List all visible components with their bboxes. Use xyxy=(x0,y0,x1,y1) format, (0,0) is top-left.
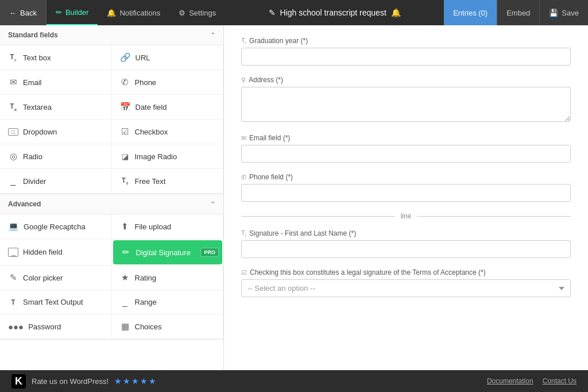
choices-label: Choices xyxy=(135,322,162,331)
entries-button[interactable]: Entries (0) xyxy=(444,0,497,25)
url-icon: 🔗 xyxy=(120,52,131,63)
back-arrow-icon: ← xyxy=(9,9,17,17)
graduation-year-label: Tr Graduation year (*) xyxy=(241,37,571,45)
phone-field-input[interactable] xyxy=(241,184,571,202)
bell-icon: 🔔 xyxy=(107,9,116,17)
chevron-up-icon: ⌃ xyxy=(210,32,215,39)
email-icon: ✉ xyxy=(8,77,18,87)
phone-field-label: ✆ Phone field (*) xyxy=(241,173,571,181)
field-item-dropdown[interactable]: □ Dropdown xyxy=(0,120,112,144)
color-picker-label: Color picker xyxy=(23,274,63,282)
divider-icon: ⎯ xyxy=(8,176,18,186)
edit-icon: ✎ xyxy=(269,8,276,17)
field-item-textarea[interactable]: Ta Textarea xyxy=(0,95,112,120)
password-icon: ●●● xyxy=(8,322,24,332)
field-item-image-radio[interactable]: ◪ Image Radio xyxy=(112,144,224,169)
field-address: ⚲ Address (*) xyxy=(241,76,571,124)
field-item-hidden-field[interactable]: ⎯ Hidden field xyxy=(0,239,112,266)
back-button[interactable]: ← Back xyxy=(0,0,47,25)
rating-icon: ★ xyxy=(120,272,130,283)
field-item-checkbox[interactable]: ☑ Checkbox xyxy=(112,120,224,144)
field-email: ✉ Email field (*) xyxy=(241,134,571,163)
field-item-radio[interactable]: ◎ Radio xyxy=(0,144,112,169)
field-item-date[interactable]: 📅 Date field xyxy=(112,95,224,120)
contact-us-link[interactable]: Contact Us xyxy=(543,377,577,385)
signature-icon: Tr xyxy=(241,229,246,237)
chevron-up-icon-advanced: ⌃ xyxy=(210,201,215,208)
settings-label: Settings xyxy=(189,9,216,17)
star-1[interactable]: ★ xyxy=(114,376,122,386)
field-item-free-text[interactable]: Tf Free Text xyxy=(112,169,224,194)
field-item-divider[interactable]: ⎯ Divider xyxy=(0,169,112,194)
range-label: Range xyxy=(135,298,157,306)
advanced-fields-grid: 💻 Google Recaptcha ⬆ File upload ⎯ Hidde… xyxy=(0,214,223,340)
star-3[interactable]: ★ xyxy=(131,376,139,386)
form-title: ✎ High school transcript request 🔔 xyxy=(225,8,444,17)
standard-fields-header[interactable]: Standard fields ⌃ xyxy=(0,25,223,45)
field-item-phone[interactable]: ✆ Phone xyxy=(112,70,224,95)
legal-check-select[interactable]: -- Select an option -- xyxy=(241,279,571,297)
signature-label: Tr Signature - First and Last Name (*) xyxy=(241,229,571,237)
save-label: Save xyxy=(562,9,579,17)
field-item-textbox[interactable]: Tr Text box xyxy=(0,45,112,70)
legal-check-icon: ☑ xyxy=(241,269,247,276)
field-item-password[interactable]: ●●● Password xyxy=(0,314,112,339)
gear-icon: ⚙ xyxy=(179,9,185,17)
date-icon: 📅 xyxy=(120,102,131,112)
star-4[interactable]: ★ xyxy=(140,376,148,386)
field-item-rating[interactable]: ★ Rating xyxy=(112,266,224,290)
advanced-fields-header[interactable]: Advanced ⌃ xyxy=(0,194,223,214)
textarea-icon: Ta xyxy=(8,102,18,112)
settings-tab[interactable]: ⚙ Settings xyxy=(169,0,225,25)
footer-logo: K xyxy=(11,374,26,389)
legal-check-label: ☑ Checking this box constitutes a legal … xyxy=(241,268,571,276)
phone-label: Phone xyxy=(135,78,157,87)
star-2[interactable]: ★ xyxy=(123,376,130,386)
field-item-email[interactable]: ✉ Email xyxy=(0,70,112,95)
range-icon: ⎯ xyxy=(120,297,130,307)
file-upload-icon: ⬆ xyxy=(120,221,130,232)
notifications-label: Notifications xyxy=(119,9,160,17)
password-label: Password xyxy=(28,322,61,331)
smart-text-icon: T xyxy=(8,298,18,306)
url-label: URL xyxy=(136,53,150,62)
top-navigation: ← Back ✏ Builder 🔔 Notifications ⚙ Setti… xyxy=(0,0,588,25)
divider-left-line xyxy=(241,216,395,217)
field-item-recaptcha[interactable]: 💻 Google Recaptcha xyxy=(0,214,112,239)
field-item-file-upload[interactable]: ⬆ File upload xyxy=(112,214,224,239)
field-item-smart-text[interactable]: T Smart Text Output xyxy=(0,290,112,314)
field-item-color-picker[interactable]: ✎ Color picker xyxy=(0,266,112,290)
star-5[interactable]: ★ xyxy=(149,376,156,386)
embed-button[interactable]: Embed xyxy=(497,0,539,25)
signature-input[interactable] xyxy=(241,240,571,258)
rating-label: Rating xyxy=(135,274,157,282)
field-item-url[interactable]: 🔗 URL xyxy=(112,45,224,70)
free-text-icon: Tf xyxy=(120,176,130,186)
main-layout: Standard fields ⌃ Tr Text box 🔗 URL ✉ Em… xyxy=(0,25,588,370)
footer-cta: Rate us on WordPress! xyxy=(32,377,109,386)
color-picker-icon: ✎ xyxy=(8,272,18,283)
checkbox-label: Checkbox xyxy=(135,128,168,136)
sidebar: Standard fields ⌃ Tr Text box 🔗 URL ✉ Em… xyxy=(0,25,224,370)
checkbox-icon: ☑ xyxy=(120,126,130,137)
divider-right-line xyxy=(417,216,571,217)
save-button[interactable]: 💾 Save xyxy=(539,0,588,25)
smart-text-label: Smart Text Output xyxy=(23,298,83,306)
field-legal-check: ☑ Checking this box constitutes a legal … xyxy=(241,268,571,297)
free-text-label: Free Text xyxy=(135,177,166,186)
address-input[interactable] xyxy=(241,87,571,122)
field-item-choices[interactable]: ▦ Choices xyxy=(112,314,224,339)
textbox-label: Text box xyxy=(23,53,51,62)
email-field-input[interactable] xyxy=(241,145,571,163)
documentation-link[interactable]: Documentation xyxy=(487,377,533,385)
field-item-digital-signature[interactable]: ✏ Digital Signature PRO xyxy=(113,240,223,264)
builder-label: Builder xyxy=(65,8,88,17)
field-item-range[interactable]: ⎯ Range xyxy=(112,290,224,314)
digital-sig-icon: ✏ xyxy=(121,247,131,258)
graduation-year-input[interactable] xyxy=(241,48,571,66)
notifications-tab[interactable]: 🔔 Notifications xyxy=(98,0,169,25)
footer: K Rate us on WordPress! ★ ★ ★ ★ ★ Docume… xyxy=(0,370,588,392)
builder-tab[interactable]: ✏ Builder xyxy=(47,0,98,25)
email-field-icon: ✉ xyxy=(241,134,246,142)
radio-label: Radio xyxy=(23,152,42,161)
